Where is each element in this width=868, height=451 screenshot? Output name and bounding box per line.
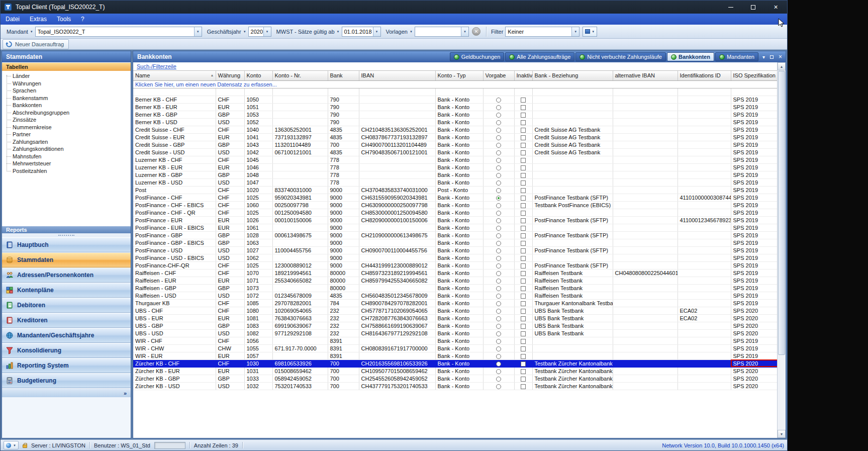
table-row[interactable]: Zürcher KB - GBPGBP1033058942459052700CH… — [133, 375, 778, 382]
cell-iso-spezifikation[interactable]: SPS 2020 — [731, 322, 778, 329]
cell-konto-typ[interactable]: Bank - Konto — [435, 284, 483, 292]
column-header-bank[interactable]: Bank — [328, 71, 359, 80]
cell-vorgabe[interactable] — [483, 375, 514, 382]
table-row[interactable]: Luzerner KB - GBPGBP1048778Bank - KontoS… — [133, 171, 778, 178]
reports-section-header[interactable]: Reports — [2, 226, 131, 233]
cell-alternative-iban[interactable] — [613, 344, 678, 352]
cell-alternative-iban[interactable] — [613, 178, 678, 186]
cell-iban[interactable]: CH8597323189219994561 — [359, 269, 435, 277]
cell-bank[interactable]: 790 — [328, 111, 359, 118]
cell-konto[interactable]: 1081 — [244, 314, 272, 322]
mandant-dropdown-label[interactable]: Mandant▼ — [5, 29, 35, 35]
cell-name[interactable]: PostFinance - GBP — [133, 231, 216, 239]
cell-konto-nr[interactable]: 977129292108 — [272, 329, 328, 337]
cell-bank[interactable]: 232 — [328, 307, 359, 314]
cell-konto-nr[interactable] — [272, 156, 328, 163]
cell-konto[interactable]: 1025 — [244, 209, 272, 216]
table-row[interactable]: PostFinance - USD - EBICSUSD10629000Bank… — [133, 254, 778, 261]
cell-konto[interactable]: 1073 — [244, 284, 272, 292]
cell-empty[interactable] — [483, 88, 514, 96]
cell-empty[interactable] — [216, 88, 244, 96]
cell-konto-typ[interactable]: Bank - Konto — [435, 352, 483, 359]
cell-empty[interactable] — [435, 88, 483, 96]
cell-konto-nr[interactable] — [272, 239, 328, 246]
table-row[interactable]: Luzerner KB - CHFCHF1045778Bank - KontoS… — [133, 156, 778, 163]
cell-identifikations-id[interactable] — [678, 239, 731, 246]
column-header-name[interactable]: Name▲ — [133, 71, 216, 80]
table-row[interactable]: WIR - EUREUR10578391Bank - KontoSPS 2019 — [133, 352, 778, 359]
cell-konto-nr[interactable]: 113201104489 — [272, 141, 328, 148]
cell-konto[interactable]: 1052 — [244, 118, 272, 126]
cell-konto[interactable]: 1062 — [244, 254, 272, 261]
cell-iban[interactable] — [359, 284, 435, 292]
mwst-date-combo[interactable]: 01.01.2018 ▼ — [342, 27, 381, 37]
cell-bank[interactable]: 9000 — [328, 224, 359, 231]
cell-konto-nr[interactable]: 000100150006 — [272, 216, 328, 224]
cell-empty[interactable] — [133, 88, 216, 96]
cell-vorgabe[interactable] — [483, 359, 514, 367]
cell-name[interactable]: PostFinance - USD — [133, 246, 216, 254]
cell-alternative-iban[interactable] — [613, 133, 678, 141]
cell-iban[interactable]: CH5604835012345678009 — [359, 292, 435, 299]
cell-vorgabe[interactable] — [483, 314, 514, 322]
sidebar-item-sprachen[interactable]: Sprachen — [2, 87, 131, 95]
cell-vorgabe[interactable] — [483, 96, 514, 103]
cell-identifikations-id[interactable] — [678, 261, 731, 269]
cell-konto-typ[interactable]: Bank - Konto — [435, 344, 483, 352]
cell-iso-spezifikation[interactable]: SPS 2019 — [731, 163, 778, 171]
cell-waehrung[interactable]: CHF — [216, 156, 244, 163]
cell-iso-spezifikation[interactable]: SPS 2019 — [731, 344, 778, 352]
cell-iso-spezifikation[interactable]: SPS 2019 — [731, 292, 778, 299]
close-panel-icon[interactable]: × — [776, 53, 786, 60]
cell-iban[interactable]: CH4431999123000889012 — [359, 261, 435, 269]
cell-iban[interactable]: CH8164367977129292108 — [359, 329, 435, 337]
cell-konto-typ[interactable]: Bank - Konto — [435, 231, 483, 239]
splitter-grip[interactable] — [2, 233, 131, 237]
cell-bank-beziehung[interactable] — [532, 186, 613, 194]
cell-konto-typ[interactable]: Bank - Konto — [435, 133, 483, 141]
cell-bank[interactable]: 700 — [328, 141, 359, 148]
table-row[interactable]: PostFinance - CHF - EBICSCHF106000250097… — [133, 201, 778, 209]
cell-iban[interactable] — [359, 111, 435, 118]
cell-bank-beziehung[interactable]: Credit Suisse AG Testbank — [532, 133, 613, 141]
cell-bank-beziehung[interactable]: UBS Bank Testbank — [532, 322, 613, 329]
clear-filter-button[interactable]: ✕ — [472, 27, 480, 36]
cell-konto[interactable]: 1042 — [244, 148, 272, 156]
menu-tools[interactable]: Tools — [52, 14, 76, 25]
cell-inaktiv[interactable] — [514, 344, 532, 352]
cell-inaktiv[interactable] — [514, 141, 532, 148]
cell-alternative-iban[interactable] — [613, 314, 678, 322]
sidebar-item-postleitzahlen[interactable]: Postleitzahlen — [2, 167, 131, 175]
cell-konto[interactable]: 1080 — [244, 307, 272, 314]
cell-iban[interactable]: CH1095077015008659462 — [359, 367, 435, 375]
cell-name[interactable]: WIR - EUR — [133, 352, 216, 359]
cell-iban[interactable] — [359, 118, 435, 126]
cell-konto-typ[interactable]: Bank - Konto — [435, 367, 483, 375]
mwst-dropdown-label[interactable]: MWST - Sätze gültig ab▼ — [274, 29, 342, 35]
cell-vorgabe[interactable] — [483, 133, 514, 141]
cell-iso-spezifikation[interactable]: SPS 2019 — [731, 337, 778, 344]
cell-konto-nr[interactable]: 699190639067 — [272, 322, 328, 329]
cell-identifikations-id[interactable] — [678, 156, 731, 163]
search-filter-row[interactable]: Such-/Filterzeile — [133, 62, 778, 71]
annotated-cell[interactable]: SPS 2020 — [731, 359, 778, 367]
cell-identifikations-id[interactable] — [678, 118, 731, 126]
cell-konto-typ[interactable]: Bank - Konto — [435, 111, 483, 118]
cell-konto[interactable]: 1032 — [244, 382, 272, 390]
tab-geldbuchungen[interactable]: Geldbuchungen — [450, 52, 505, 61]
cell-bank[interactable]: 9000 — [328, 231, 359, 239]
cell-vorgabe[interactable] — [483, 239, 514, 246]
cell-konto-nr[interactable]: 297078282001 — [272, 299, 328, 307]
cell-konto[interactable]: 1041 — [244, 133, 272, 141]
cell-identifikations-id[interactable] — [678, 329, 731, 337]
filter-combo[interactable]: Keiner ▼ — [505, 27, 580, 37]
cell-waehrung[interactable]: CHF — [216, 201, 244, 209]
table-row[interactable]: Luzerner KB - EUREUR1046778Bank - KontoS… — [133, 163, 778, 171]
cell-alternative-iban[interactable] — [613, 111, 678, 118]
table-row[interactable]: WIR - CHFCHF10568391Bank - KontoSPS 2019 — [133, 337, 778, 344]
vorlagen-combo[interactable]: ▼ — [415, 27, 469, 37]
cell-waehrung[interactable]: GBP — [216, 239, 244, 246]
nav-kontenpläne[interactable]: Kontenpläne — [2, 283, 131, 298]
cell-waehrung[interactable]: EUR — [216, 277, 244, 284]
cell-identifikations-id[interactable] — [678, 141, 731, 148]
